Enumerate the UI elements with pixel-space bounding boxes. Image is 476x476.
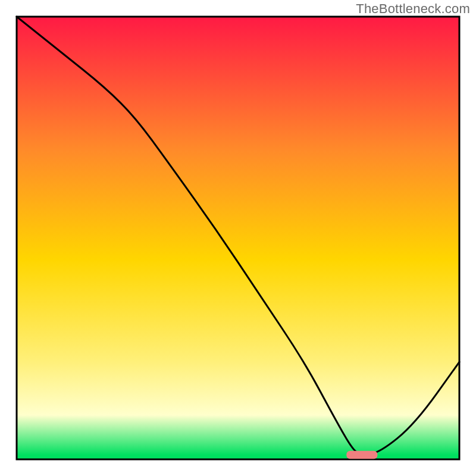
- plot-background: [17, 17, 459, 459]
- chart-stage: { "watermark": "TheBottleneck.com", "col…: [0, 0, 476, 476]
- minimum-marker: [346, 451, 377, 459]
- chart-svg: [0, 0, 476, 476]
- watermark-text: TheBottleneck.com: [356, 1, 470, 17]
